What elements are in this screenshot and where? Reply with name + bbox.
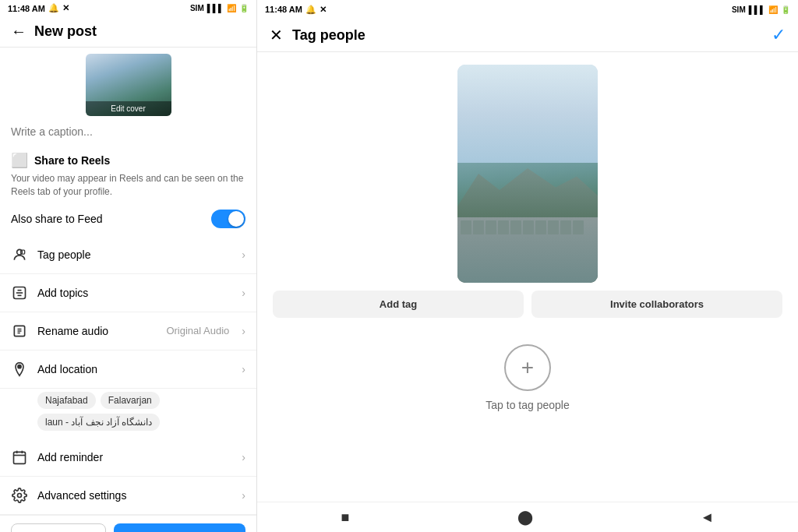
page-title: New post — [34, 23, 97, 40]
right-signal-icon: ▌▌▌ — [749, 5, 765, 14]
close-button[interactable]: ✕ — [270, 26, 283, 44]
rename-audio-label: Rename audio — [37, 325, 157, 337]
status-bar-right: 11:48 AM 🔔 ✕ SIM ▌▌▌ 📶 🔋 — [257, 0, 798, 19]
menu-item-rename-audio[interactable]: Rename audio Original Audio › — [0, 312, 256, 351]
next-button[interactable]: Next — [114, 523, 245, 532]
location-tag-1[interactable]: Najafabad — [37, 392, 96, 409]
share-reels-description: Your video may appear in Reels and can b… — [11, 172, 245, 199]
nav-home-right[interactable]: ⬤ — [517, 509, 533, 526]
location-tag-3[interactable]: دانشگاه آزاد نجف آباد - laun — [37, 414, 160, 431]
right-battery-icon: 🔋 — [781, 5, 790, 14]
add-topics-label: Add topics — [37, 287, 232, 299]
add-reminder-chevron: › — [242, 451, 245, 463]
location-tags: Najafabad Falavarjan دانشگاه آزاد نجف آب… — [0, 389, 256, 439]
menu-item-add-location[interactable]: Add location › — [0, 351, 256, 389]
photo-area — [257, 52, 798, 291]
city-block — [461, 220, 471, 234]
right-header: ✕ Tag people ✓ — [257, 19, 798, 52]
plus-icon: + — [521, 357, 534, 379]
close-icon-small: ✕ — [62, 3, 69, 13]
right-alarm-icon: 🔔 — [305, 5, 316, 15]
tap-to-tag-area: + Tap to tag people — [257, 329, 798, 427]
confirm-button[interactable]: ✓ — [772, 25, 786, 45]
signal-icon: ▌▌▌ — [207, 4, 224, 12]
nav-back-right[interactable]: ◄ — [701, 509, 715, 526]
also-share-row: Also share to Feed — [0, 202, 256, 236]
toggle-knob — [228, 211, 244, 227]
add-topics-chevron: › — [242, 287, 245, 299]
right-status-left: 11:48 AM 🔔 ✕ — [265, 5, 327, 15]
cover-area: Edit cover — [0, 48, 256, 119]
nav-stop-right[interactable]: ■ — [341, 509, 350, 526]
rename-audio-value: Original Audio — [166, 325, 229, 336]
tag-people-chevron: › — [242, 248, 245, 261]
caption-input[interactable] — [0, 119, 256, 144]
bottom-buttons: Save draft Next — [0, 515, 256, 532]
svg-point-7 — [18, 365, 21, 368]
city-block — [535, 220, 546, 234]
reels-icon: ⬜ — [11, 152, 28, 169]
menu-item-add-topics[interactable]: Add topics › — [0, 274, 256, 312]
menu-item-add-reminder[interactable]: Add reminder › — [0, 439, 256, 477]
invite-collaborators-button[interactable]: Invite collaborators — [531, 291, 782, 318]
save-draft-button[interactable]: Save draft — [11, 523, 106, 532]
status-bar-left: 11:48 AM 🔔 ✕ SIM ▌▌▌ 📶 🔋 — [0, 0, 256, 16]
location-tag-2[interactable]: Falavarjan — [101, 392, 160, 409]
right-wifi-icon: 📶 — [768, 5, 778, 14]
battery-icon: 🔋 — [239, 4, 249, 12]
status-icons: SIM ▌▌▌ 📶 🔋 — [190, 4, 249, 12]
rename-audio-chevron: › — [242, 325, 245, 337]
right-panel: 11:48 AM 🔔 ✕ SIM ▌▌▌ 📶 🔋 ✕ Tag people ✓ — [257, 0, 798, 532]
alarm-icon: 🔔 — [48, 3, 59, 13]
share-to-reels-section: ⬜ Share to Reels Your video may appear i… — [0, 144, 256, 202]
right-close-icon: ✕ — [320, 5, 327, 15]
right-sim-icon: SIM — [732, 5, 746, 14]
svg-rect-8 — [14, 452, 26, 463]
photo-sky — [457, 65, 598, 163]
city-block — [523, 220, 534, 234]
advanced-settings-chevron: › — [242, 489, 245, 502]
advanced-settings-icon — [11, 487, 28, 504]
add-tag-button[interactable]: Add tag — [273, 291, 524, 318]
sim-icon: SIM — [190, 4, 204, 12]
also-share-toggle[interactable] — [211, 210, 245, 228]
tag-buttons-row: Add tag Invite collaborators — [257, 291, 798, 329]
city-block — [548, 220, 559, 234]
add-location-label: Add location — [37, 363, 232, 375]
tag-people-label: Tag people — [37, 248, 232, 261]
tag-people-icon — [11, 246, 28, 263]
back-button[interactable]: ← — [11, 23, 26, 41]
add-location-icon — [11, 361, 28, 378]
time-label: 11:48 AM — [8, 4, 45, 13]
right-status-right: SIM ▌▌▌ 📶 🔋 — [732, 5, 790, 14]
city-block — [510, 220, 521, 234]
city-block — [560, 220, 571, 234]
left-panel: 11:48 AM 🔔 ✕ SIM ▌▌▌ 📶 🔋 ← New post Edit… — [0, 0, 257, 532]
right-nav-bar: ■ ⬤ ◄ — [257, 502, 798, 532]
photo-mountain — [457, 163, 598, 217]
city-block — [573, 220, 584, 234]
edit-cover-label[interactable]: Edit cover — [86, 101, 171, 116]
menu-item-advanced-settings[interactable]: Advanced settings › — [0, 477, 256, 515]
right-time-label: 11:48 AM — [265, 5, 302, 14]
right-page-title: Tag people — [292, 27, 772, 44]
city-block — [498, 220, 509, 234]
add-location-chevron: › — [242, 363, 245, 375]
photo-city — [457, 217, 598, 283]
city-block — [473, 220, 484, 234]
share-reels-title: Share to Reels — [34, 154, 110, 167]
cover-thumbnail[interactable]: Edit cover — [86, 54, 171, 116]
tap-to-tag-label: Tap to tag people — [486, 399, 569, 411]
menu-item-tag-people[interactable]: Tag people › — [0, 236, 256, 274]
photo-frame[interactable] — [457, 65, 598, 283]
advanced-settings-label: Advanced settings — [37, 489, 232, 502]
add-reminder-icon — [11, 449, 28, 466]
share-reels-header: ⬜ Share to Reels — [11, 152, 245, 169]
add-reminder-label: Add reminder — [37, 451, 232, 463]
left-header: ← New post — [0, 16, 256, 48]
tap-to-tag-button[interactable]: + — [504, 344, 551, 391]
rename-audio-icon — [11, 322, 28, 340]
also-share-label: Also share to Feed — [11, 213, 103, 225]
wifi-icon: 📶 — [227, 4, 236, 12]
city-block — [486, 220, 496, 234]
